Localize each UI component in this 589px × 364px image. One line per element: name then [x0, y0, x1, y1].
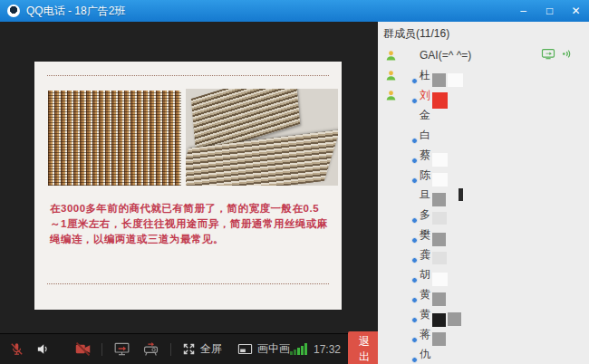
camera-muted-button[interactable]	[74, 341, 92, 357]
mobile-badge-icon	[411, 237, 418, 244]
avatar	[401, 128, 416, 142]
redacted-name-blocks	[430, 246, 447, 263]
avatar	[401, 48, 416, 62]
close-button[interactable]: ✕	[563, 0, 589, 22]
mobile-badge-icon	[411, 78, 418, 84]
in-call-presence-icon	[385, 50, 397, 62]
call-duration: 17:32	[314, 343, 341, 356]
screen-share-button[interactable]	[113, 341, 130, 357]
mobile-badge-icon	[411, 277, 418, 283]
member-row[interactable]: 旦	[378, 185, 589, 205]
in-call-presence-icon	[385, 90, 397, 101]
mobile-badge-icon	[411, 177, 418, 184]
fullscreen-label: 全屏	[200, 341, 222, 357]
avatar	[401, 267, 416, 282]
bamboo-book-image	[186, 89, 338, 186]
member-row[interactable]: 多	[378, 205, 589, 225]
speaker-button[interactable]	[35, 341, 51, 357]
pip-button[interactable]: 画中画	[237, 341, 290, 357]
member-status-icons	[541, 48, 573, 60]
member-name: 杜	[420, 68, 430, 83]
redacted-name-blocks	[430, 85, 448, 105]
slide-divider-top	[47, 75, 329, 76]
bamboo-slips-image	[48, 91, 181, 186]
mobile-badge-icon	[411, 257, 418, 263]
mobile-badge-icon	[411, 138, 418, 144]
toolbar-separator	[101, 343, 102, 356]
slide-images	[48, 89, 338, 186]
avatar	[401, 307, 416, 321]
avatar	[401, 227, 416, 242]
avatar	[401, 207, 416, 222]
slide-body-text: 在3000多年前的商代就已有简册了，简的宽度一般在0.5～1厘米左右，长度往往视…	[50, 201, 329, 247]
exit-button[interactable]: 退出	[348, 331, 381, 364]
member-name: 仇	[420, 347, 430, 362]
avatar	[401, 68, 416, 82]
window-controls: – □ ✕	[510, 0, 589, 22]
signal-bars-icon	[290, 343, 308, 355]
redacted-name-blocks	[430, 167, 448, 184]
member-name: 胡	[420, 267, 430, 283]
redacted-name-blocks	[430, 326, 446, 343]
member-row[interactable]: 蔡	[378, 145, 589, 165]
presentation-slide: 在3000多年前的商代就已有简册了，简的宽度一般在0.5～1厘米左右，长度往往视…	[34, 62, 342, 310]
redacted-name-blocks	[430, 306, 461, 323]
in-call-presence-icon	[385, 70, 397, 81]
minimize-button[interactable]: –	[510, 0, 536, 22]
member-row[interactable]: 陈	[378, 165, 589, 185]
member-row[interactable]: GAI(=^ ^=)	[378, 45, 589, 65]
member-row[interactable]: 金	[378, 105, 589, 125]
maximize-button[interactable]: □	[536, 0, 563, 22]
member-row[interactable]: 刘	[378, 85, 589, 105]
projector-button[interactable]	[142, 341, 159, 357]
redacted-name-blocks	[430, 226, 446, 244]
avatar	[401, 168, 416, 182]
screen-share-icon	[113, 341, 130, 357]
member-panel-title: 群成员(11/16)	[378, 22, 589, 45]
microphone-muted-button[interactable]	[9, 341, 24, 357]
member-row[interactable]: 樊	[378, 225, 589, 244]
member-row[interactable]: 黄	[378, 284, 589, 304]
fullscreen-button[interactable]: 全屏	[182, 341, 222, 357]
member-row[interactable]: 杜	[378, 65, 589, 85]
pip-label: 画中画	[257, 341, 290, 357]
redacted-name-blocks	[430, 67, 463, 84]
redacted-name-blocks	[430, 286, 446, 303]
redacted-name-blocks	[430, 187, 463, 204]
member-name: 龚	[420, 247, 430, 263]
fullscreen-icon	[182, 342, 196, 356]
member-row[interactable]: 蒋	[378, 324, 589, 344]
member-name: 金	[420, 108, 430, 123]
member-row[interactable]: 胡	[378, 264, 589, 284]
member-name: 蔡	[420, 148, 430, 163]
qq-call-window: QQ电话 - 18广告2班 – □ ✕ 在3000多年前的商代就已有简册了，简的…	[0, 0, 589, 364]
screen-sharing-active-icon	[541, 48, 555, 60]
mobile-badge-icon	[411, 158, 418, 164]
slide-divider-bottom	[47, 283, 329, 284]
avatar	[401, 187, 416, 202]
speaking-audio-icon	[561, 48, 573, 60]
avatar	[401, 327, 416, 341]
member-row[interactable]: 仇	[378, 344, 589, 364]
redacted-name-blocks	[430, 147, 448, 164]
qq-logo-icon	[7, 5, 20, 17]
member-name: 刘	[420, 88, 430, 103]
window-title: QQ电话 - 18广告2班	[26, 4, 125, 19]
projector-icon	[142, 341, 159, 357]
member-name: 黄	[420, 307, 430, 322]
member-name: 旦	[420, 187, 430, 203]
avatar	[401, 287, 416, 302]
avatar	[401, 108, 416, 122]
avatar	[401, 347, 416, 361]
mobile-badge-icon	[411, 337, 418, 343]
avatar	[401, 148, 416, 162]
member-row[interactable]: 黄	[378, 304, 589, 324]
shared-screen-area: 在3000多年前的商代就已有简册了，简的宽度一般在0.5～1厘米左右，长度往往视…	[0, 22, 378, 364]
camera-muted-icon	[74, 341, 92, 357]
mobile-badge-icon	[411, 297, 418, 303]
microphone-muted-icon	[9, 341, 24, 357]
pip-icon	[237, 342, 253, 356]
avatar	[401, 247, 416, 262]
member-row[interactable]: 白	[378, 125, 589, 145]
member-row[interactable]: 龚	[378, 244, 589, 264]
